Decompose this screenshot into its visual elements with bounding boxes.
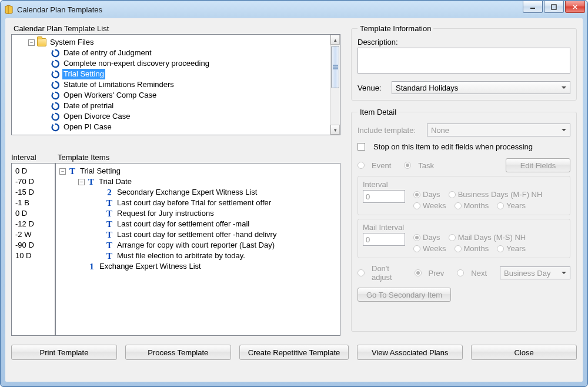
items-child-label: Trial Date [98,176,133,187]
items-leaf-row[interactable]: TArrange for copy with court reporter (L… [56,240,340,251]
template-row[interactable]: Open Divorce Case [12,111,340,122]
items-leaf-row[interactable]: 2Secondary Exchange Expert Witness List [56,187,340,198]
items-root-row[interactable]: −TTrial Setting [56,166,340,176]
interval-spinner[interactable]: ▲▼ [363,190,405,203]
item-detail-group: Item Detail Include template: None Stop … [351,108,577,332]
close-button[interactable] [565,1,585,13]
num-1-icon: 1 [88,261,96,272]
mail-maildays-radio [449,234,456,241]
mail-days-label: Days [423,233,440,242]
template-row-label: Statute of Limitations Reminders [62,79,175,90]
items-root-label: Trial Setting [79,166,122,176]
interval-header: Interval [11,153,55,162]
print-template-label: Print Template [40,348,89,357]
t-icon: T [68,166,76,176]
template-information-legend: Template Information [358,24,433,33]
mail-years-label: Years [506,244,526,253]
template-list-tree[interactable]: −System FilesDate of entry of JudgmentCo… [11,34,340,135]
template-row[interactable]: Trial Setting [12,69,340,79]
edit-fields-button-label: Edit Fields [520,161,556,170]
scroll-down-arrow[interactable]: ▾ [330,125,340,135]
stop-checkbox-label: Stop on this item to edit fields when pr… [373,142,533,151]
template-row[interactable]: Complete non-expert discovery proceeding [12,58,340,69]
include-template-value: None [431,126,449,135]
mail-interval-spinner-input[interactable] [363,233,405,245]
mail-weeks-radio [413,245,420,252]
window-frame: Calendar Plan Templates Calendar Plan Te… [0,0,588,387]
print-template-button[interactable]: Print Template [11,345,117,360]
interval-value: 10 D [15,251,51,261]
refresh-icon [51,80,60,89]
process-template-button[interactable]: Process Template [125,345,231,360]
venue-select-value: Standard Holidays [396,84,458,92]
template-items-tree[interactable]: −TTrial Setting−TTrial Date2Secondary Ex… [55,163,340,336]
mail-interval-spinner[interactable]: ▲▼ [363,233,405,246]
items-leaf-row[interactable]: TLast court day before Trial for settlem… [56,198,340,208]
interval-value: -70 D [15,176,51,187]
items-leaf-label: Last court day before Trial for settleme… [116,198,272,208]
event-radio [358,162,365,169]
t-icon: T [105,219,113,229]
t-icon: T [87,176,95,187]
scroll-up-arrow[interactable]: ▴ [330,35,340,45]
venue-select[interactable]: Standard Holidays [392,81,570,94]
task-radio [404,162,411,169]
template-row-label: Open PI Case [62,122,113,132]
template-row-label: Date of entry of Judgment [62,48,153,58]
expando-icon[interactable]: − [78,179,85,185]
items-leaf-row[interactable]: TMust file election to arbitrate by toda… [56,251,340,261]
minimize-button[interactable] [523,1,543,13]
template-row[interactable]: Statute of Limitations Reminders [12,79,340,90]
template-row[interactable]: Open Workers' Comp Case [12,90,340,101]
edit-fields-button: Edit Fields [506,158,570,172]
template-row-label: Open Divorce Case [62,111,131,122]
interval-spinner-input[interactable] [363,191,405,202]
interval-months-radio [455,202,462,209]
adjust-day-select-value: Business Day [504,269,550,278]
view-associated-label: View Associated Plans [372,348,449,357]
view-associated-button[interactable]: View Associated Plans [357,345,463,360]
interval-value: 0 D [15,166,51,176]
items-leaf-label: Request for Jury instructions [116,208,215,219]
refresh-icon [51,69,60,79]
template-row[interactable]: Date of pretrial [12,101,340,111]
items-leaf-label: Last court day for settlement offer -han… [116,229,278,240]
tree-root-row[interactable]: −System Files [12,37,340,48]
interval-value: -12 D [15,219,51,229]
interval-bdays-radio [449,191,456,198]
items-leaf-label: Secondary Exchange Expert Witness List [116,187,258,198]
items-leaf-row[interactable]: TLast court day for settlement offer -ma… [56,219,340,229]
maximize-button[interactable] [544,1,564,13]
refresh-icon [51,112,60,121]
client-area: Calendar Plan Template List −System File… [5,18,583,382]
template-row[interactable]: Date of entry of Judgment [12,48,340,58]
adjust-day-select: Business Day [500,266,570,279]
stop-checkbox[interactable] [358,143,365,151]
create-repetitive-button[interactable]: Create Repetitive Template [239,345,349,360]
mail-months-radio [455,245,462,252]
close-dialog-button[interactable]: Close [471,345,577,360]
items-leaf-row[interactable]: TLast court day for settlement offer -ha… [56,229,340,240]
t-icon: T [105,198,113,208]
t-icon: T [105,208,113,219]
items-leaf-row[interactable]: TRequest for Jury instructions [56,208,340,219]
scroll-thumb[interactable] [331,46,339,88]
description-textarea[interactable] [358,48,570,74]
item-detail-legend: Item Detail [358,108,399,116]
include-template-label: Include template: [358,126,422,135]
interval-months-label: Months [464,201,489,210]
expando-icon[interactable]: − [59,168,66,175]
template-row[interactable]: Open PI Case [12,122,340,132]
mail-weeks-label: Weeks [423,244,446,253]
items-sibling-row[interactable]: 1Exchange Expert Witness List [56,261,340,272]
template-row-label: Date of pretrial [62,101,115,111]
expando-icon[interactable]: − [28,39,35,46]
interval-subgroup: Interval ▲▼ Days B [358,176,570,215]
titlebar[interactable]: Calendar Plan Templates [1,1,587,18]
tree-scrollbar[interactable]: ▴ ▾ [330,35,340,135]
template-items-header: Template Items [58,153,340,162]
window-controls [522,1,585,13]
items-leaf-label: Must file election to arbitrate by today… [116,251,246,261]
items-child-row[interactable]: −TTrial Date [56,176,340,187]
interval-title: Interval [363,180,565,189]
